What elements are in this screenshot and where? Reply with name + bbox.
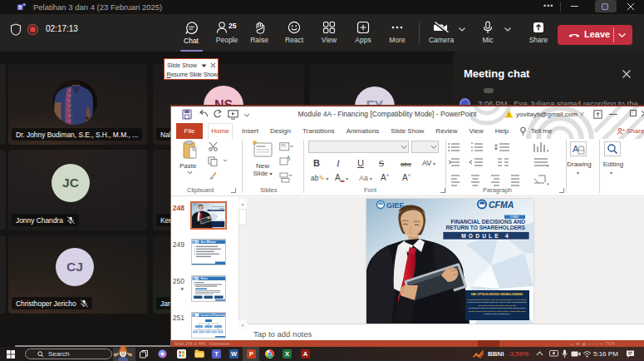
svg-text:P: P: [249, 350, 253, 358]
svg-text:▾: ▾: [547, 148, 549, 153]
svg-text:Notes: Notes: [201, 277, 209, 280]
svg-text:▾: ▾: [547, 181, 549, 186]
svg-text:▾: ▾: [547, 163, 549, 168]
svg-text:25: 25: [229, 22, 237, 30]
svg-text:FINANCIAL DECISIONS: FINANCIAL DECISIONS: [213, 205, 225, 207]
svg-text:perhatian dan kerjasamanya.: perhatian dan kerjasamanya.: [484, 313, 511, 315]
svg-text:RETURN TO SHAREHOLDERS: RETURN TO SHAREHOLDERS: [446, 225, 526, 230]
svg-text:CFMA: CFMA: [489, 200, 514, 210]
svg-text:X: X: [285, 350, 289, 358]
svg-text:Ann Wilamar: Ann Wilamar: [201, 240, 217, 244]
svg-text:MODULE 4: MODULE 4: [211, 210, 221, 210]
svg-text:Lesson of Financing: Lesson of Financing: [201, 314, 225, 317]
svg-text:A: A: [303, 350, 308, 358]
svg-text:HAK CIPTA DILINDUNGI UNDANG-UN: HAK CIPTA DILINDUNGI UNDANG-UNDANG: [471, 293, 524, 296]
svg-text:!: !: [509, 112, 510, 118]
svg-text:MODULE 4: MODULE 4: [461, 233, 511, 239]
svg-text:W: W: [231, 350, 238, 358]
svg-text:GIEF: GIEF: [386, 201, 405, 210]
svg-text:T: T: [214, 350, 219, 358]
